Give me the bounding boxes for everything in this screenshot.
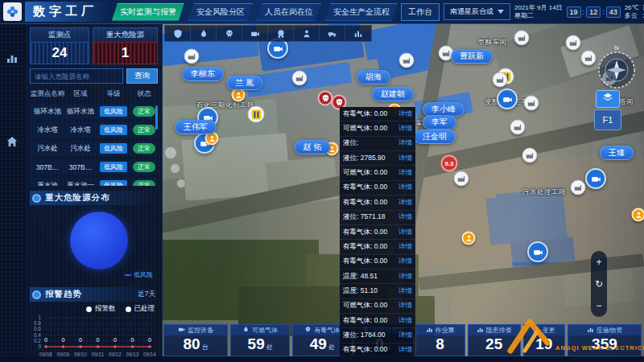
sensor-reading-row: 有毒气体: 0.00详情 [340, 107, 415, 121]
status-badge: 正常 [133, 162, 155, 172]
detail-link[interactable]: 详情 [398, 345, 412, 355]
building-marker[interactable] [581, 51, 597, 66]
svg-text:0: 0 [62, 337, 65, 343]
zoom-out-button[interactable]: − [596, 301, 601, 311]
trend-range-label[interactable]: 近7天 [138, 290, 155, 299]
person-name-label[interactable]: 曹跃新 [451, 49, 493, 64]
zoom-in-button[interactable]: + [596, 257, 601, 267]
metric-监控设备[interactable]: 监控设备80台 [163, 324, 228, 356]
person-marker[interactable] [232, 88, 246, 102]
svg-text:1: 1 [38, 315, 41, 320]
metric-可燃气体[interactable]: 可燃气体59处 [230, 324, 290, 356]
person-name-label[interactable]: 王伟军 [175, 120, 217, 134]
detail-link[interactable]: 详情 [398, 168, 412, 178]
building-marker[interactable] [292, 71, 308, 86]
table-row[interactable]: 污水处污水处低风险正常 [30, 141, 158, 156]
building-marker[interactable] [524, 96, 539, 111]
detail-link[interactable]: 详情 [398, 242, 412, 252]
detail-link[interactable]: 详情 [398, 212, 412, 222]
app-logo[interactable] [3, 2, 22, 21]
detail-link[interactable]: 详情 [398, 272, 412, 282]
skull-icon[interactable] [217, 26, 242, 41]
truck-icon[interactable] [320, 26, 345, 41]
layers-button[interactable] [596, 90, 620, 108]
header-tab[interactable]: 人员在岗在位 [257, 3, 321, 21]
shield-icon[interactable] [165, 26, 191, 41]
detail-link[interactable]: 详情 [398, 124, 412, 134]
flame-icon[interactable] [191, 26, 217, 41]
workbench-button[interactable]: 工作台 [401, 3, 440, 21]
table-row[interactable]: 原水池原水池一低风险正常 [30, 178, 158, 186]
logo-flower-icon [6, 5, 19, 19]
company-dropdown[interactable]: 南通星辰合成 [444, 3, 510, 20]
header-tab[interactable]: 安全生产全流程 [325, 3, 398, 21]
detail-link[interactable]: 详情 [398, 331, 412, 340]
person-name-label[interactable]: 胡海 [357, 70, 390, 84]
compass-icon[interactable]: N [595, 43, 638, 93]
building-marker[interactable] [493, 72, 508, 88]
detail-link[interactable]: 详情 [398, 257, 412, 266]
header-tab[interactable]: 实时监测与报警 [112, 3, 184, 21]
detail-link[interactable]: 详情 [398, 286, 412, 296]
sensor-reading-row: 液位: 详情 [340, 137, 415, 151]
camera-marker[interactable] [585, 168, 606, 189]
building-marker[interactable] [510, 120, 526, 135]
skull-marker[interactable] [318, 91, 333, 106]
camera-marker[interactable] [497, 88, 518, 109]
mask-icon[interactable] [268, 26, 294, 41]
camera-icon[interactable] [242, 26, 268, 41]
reset-rotate-button[interactable]: ↻ [595, 279, 603, 289]
detail-link[interactable]: 详情 [398, 301, 412, 311]
header-tab[interactable]: 安全风险分区 [188, 3, 253, 21]
person-name-label[interactable]: 兰 胤 [227, 76, 263, 90]
sensor-label-value: 液位: 7571.18 [343, 212, 385, 222]
person-name-label[interactable]: 赵建朝 [372, 87, 414, 101]
status-badge: 正常 [133, 180, 155, 186]
detail-link[interactable]: 详情 [398, 228, 412, 237]
building-marker[interactable] [566, 35, 581, 51]
person-name-label[interactable]: 李军 [423, 115, 456, 130]
chart-nav-icon[interactable] [6, 51, 19, 68]
building-marker[interactable] [399, 53, 415, 68]
metric-value: 8 [436, 336, 444, 352]
alarm-value-badge[interactable]: 9.3 [441, 155, 458, 172]
camera-marker[interactable] [527, 241, 548, 262]
search-button[interactable]: 查询 [126, 68, 158, 84]
detail-link[interactable]: 详情 [398, 198, 412, 208]
table-scrollbar[interactable] [155, 105, 158, 130]
building-marker[interactable] [571, 180, 586, 195]
person-name-label[interactable]: 李柳东 [182, 67, 224, 81]
building-marker[interactable] [514, 31, 530, 46]
building-marker[interactable] [522, 148, 538, 163]
detail-link[interactable]: 详情 [398, 183, 412, 192]
legend-item-handled[interactable]: 已处理 [126, 304, 155, 314]
columns-icon[interactable] [345, 26, 371, 41]
detail-link[interactable]: 详情 [398, 109, 412, 119]
metric-作业票[interactable]: 作业票8 [415, 324, 465, 356]
floor-f1-button[interactable]: F1 [594, 109, 621, 130]
table-row[interactable]: 冷水塔冷水塔低风险正常 [30, 122, 158, 138]
table-row[interactable]: 循环水池循环水池低风险正常 [30, 104, 158, 119]
person-name-label[interactable]: 王臻 [600, 146, 634, 160]
h-marker[interactable] [248, 106, 265, 123]
metric-隐患排查[interactable]: 隐患排查25 [468, 324, 521, 356]
detail-link[interactable]: 详情 [398, 138, 412, 148]
metric-变更[interactable]: 变更19 [523, 324, 565, 356]
building-marker[interactable] [454, 171, 469, 187]
person-marker[interactable] [462, 232, 476, 245]
table-row[interactable]: 307B…307B…低风险正常 [30, 159, 158, 175]
hazard-search-input[interactable] [30, 68, 123, 84]
svg-text:0.2: 0.2 [34, 338, 41, 343]
home-nav-icon[interactable] [6, 135, 19, 151]
pie-slice-low-risk[interactable] [70, 212, 128, 269]
person-name-label[interactable]: 汪金明 [414, 130, 456, 144]
left-rail [0, 24, 26, 362]
legend-item-alarms[interactable]: 报警数 [86, 304, 116, 314]
building-marker[interactable] [184, 49, 200, 64]
detail-link[interactable]: 详情 [398, 316, 412, 326]
detail-link[interactable]: 详情 [398, 154, 412, 163]
metric-应急物资[interactable]: 应急物资359 [568, 324, 642, 356]
person-marker[interactable] [632, 208, 644, 222]
person-name-label[interactable]: 赵 拓 [295, 140, 331, 154]
person-icon[interactable] [294, 26, 320, 41]
